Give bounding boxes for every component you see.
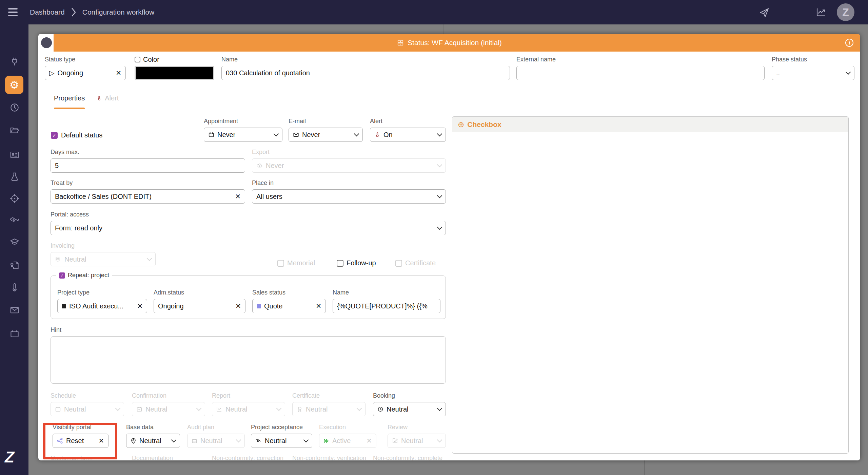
- clear-icon[interactable]: ✕: [235, 193, 241, 200]
- repeat-project-checkbox[interactable]: ✓: [59, 272, 65, 279]
- status-type-input[interactable]: ▷ Ongoing ✕: [45, 66, 126, 80]
- appointment-label: Appointment: [204, 117, 282, 125]
- invoicing-value: Neutral: [64, 255, 86, 263]
- visibility-portal-value: Reset: [66, 437, 84, 445]
- status-color-square: [257, 304, 261, 308]
- chart-icon[interactable]: [816, 7, 827, 18]
- tab-properties[interactable]: Properties: [54, 94, 85, 109]
- follow-up-checkbox[interactable]: [337, 260, 343, 267]
- flask-icon[interactable]: [9, 172, 20, 182]
- add-circle-icon[interactable]: ⊕: [458, 120, 464, 129]
- repeat-name-field: Name {%QUOTE[PRODUCT]%} ({%: [333, 289, 440, 313]
- clear-icon[interactable]: ✕: [116, 70, 121, 76]
- status-color-dot[interactable]: [41, 37, 52, 48]
- report-label: Report: [212, 392, 285, 399]
- settings-gear-icon-active[interactable]: ⚙: [5, 76, 23, 94]
- phase-status-value: ..: [776, 69, 780, 77]
- place-in-select[interactable]: All users: [252, 189, 446, 204]
- email-label: E-mail: [289, 117, 363, 125]
- certificate-field: Certificate Neutral: [292, 392, 366, 416]
- schedule-label: Schedule: [51, 392, 124, 399]
- user-avatar[interactable]: Z: [837, 3, 854, 21]
- treat-by-value: Backoffice / Sales (DONT EDIT): [55, 193, 152, 201]
- send-icon[interactable]: [759, 7, 770, 18]
- status-type-label: Status type: [45, 56, 126, 63]
- visibility-portal-input[interactable]: Reset ✕: [53, 434, 108, 448]
- project-type-field: Project type ISO Audit execu... ✕: [57, 289, 147, 313]
- booking-field: Booking Neutral: [373, 392, 446, 416]
- mail-icon[interactable]: [9, 305, 20, 315]
- tab-alert[interactable]: Alert: [96, 94, 119, 109]
- place-in-value: All users: [256, 193, 282, 201]
- cloud-upload-icon: [256, 163, 263, 169]
- status-dialog: Status: WF Acquisition (initial) i Statu…: [38, 34, 860, 460]
- chevron-down-icon: [437, 131, 442, 136]
- email-select[interactable]: Never: [289, 128, 363, 142]
- portal-access-select[interactable]: Form: read only: [51, 221, 446, 235]
- clear-icon[interactable]: ✕: [316, 303, 321, 309]
- certificate-icon[interactable]: [9, 260, 20, 270]
- color-checkbox[interactable]: [135, 57, 140, 62]
- project-type-input[interactable]: ISO Audit execu... ✕: [57, 299, 147, 313]
- review-field: Review Neutral: [388, 423, 446, 448]
- execution-input: Active ✕: [319, 434, 376, 448]
- chevron-down-icon: [115, 405, 121, 411]
- booking-select[interactable]: Neutral: [373, 402, 446, 416]
- treat-by-label: Treat by: [51, 179, 245, 187]
- report-field: Report Neutral: [212, 392, 285, 416]
- thermometer-icon[interactable]: [9, 283, 20, 293]
- chevron-down-icon: [236, 437, 241, 442]
- alert-field: Alert On: [370, 117, 446, 142]
- default-status-checkbox[interactable]: ✓: [51, 132, 58, 139]
- adm-status-input[interactable]: Ongoing ✕: [154, 299, 245, 313]
- treat-by-input[interactable]: Backoffice / Sales (DONT EDIT) ✕: [51, 189, 245, 204]
- repeat-name-input[interactable]: {%QUOTE[PRODUCT]%} ({%: [333, 299, 440, 313]
- chevron-down-icon: [437, 193, 442, 198]
- name-input[interactable]: 030 Calculation of quotation: [221, 66, 510, 80]
- graduation-cap-icon[interactable]: [9, 237, 20, 247]
- clear-icon[interactable]: ✕: [98, 437, 104, 444]
- plug-icon[interactable]: [9, 57, 20, 67]
- avatar-initial: Z: [842, 6, 849, 19]
- sales-status-input[interactable]: Quote ✕: [252, 299, 326, 313]
- contact-card-icon[interactable]: [9, 150, 20, 160]
- hamburger-menu-icon[interactable]: [8, 8, 18, 16]
- hint-textarea[interactable]: [51, 336, 446, 384]
- breadcrumb-dashboard[interactable]: Dashboard: [30, 8, 65, 16]
- checkbox-panel-header[interactable]: ⊕ Checkbox: [452, 117, 848, 132]
- calendar-icon[interactable]: [9, 329, 20, 339]
- clear-icon[interactable]: ✕: [137, 303, 143, 309]
- execution-label: Execution: [319, 423, 376, 431]
- audit-plan-label: Audit plan: [187, 423, 245, 431]
- base-data-field: Base data Neutral: [126, 423, 180, 448]
- edit-pencil-icon: [392, 438, 398, 444]
- phase-status-select[interactable]: ..: [772, 66, 854, 80]
- sales-status-label: Sales status: [252, 289, 326, 296]
- handshake-icon: [255, 438, 262, 444]
- project-acceptance-select[interactable]: Neutral: [251, 434, 312, 448]
- invoicing-field: Invoicing Neutral: [51, 242, 156, 266]
- external-name-input[interactable]: [516, 66, 765, 80]
- certificate-checkbox-field: Certificate: [395, 259, 436, 267]
- color-swatch[interactable]: [135, 66, 214, 80]
- repeat-name-value: {%QUOTE[PRODUCT]%} ({%: [337, 302, 428, 310]
- days-max-input[interactable]: 5: [51, 158, 245, 173]
- status-type-field: Status type ▷ Ongoing ✕: [45, 56, 126, 80]
- base-data-select[interactable]: Neutral: [126, 434, 180, 448]
- clear-icon[interactable]: ✕: [235, 303, 241, 309]
- calendar-grid-icon: [192, 438, 197, 444]
- folder-open-icon[interactable]: [9, 125, 20, 135]
- booking-label: Booking: [373, 392, 446, 399]
- appointment-select[interactable]: Never: [204, 128, 282, 142]
- target-icon[interactable]: [9, 193, 20, 204]
- clock-icon: [377, 406, 383, 412]
- certificate-checkbox: [395, 260, 402, 267]
- confirmation-value: Neutral: [145, 405, 167, 413]
- info-icon[interactable]: i: [845, 39, 853, 47]
- email-value: Never: [302, 131, 320, 139]
- handshake-icon[interactable]: [9, 215, 20, 225]
- color-field: Color: [135, 56, 214, 80]
- alert-select[interactable]: On: [370, 128, 446, 142]
- calendar-icon: [55, 406, 61, 412]
- clock-icon[interactable]: [9, 102, 20, 113]
